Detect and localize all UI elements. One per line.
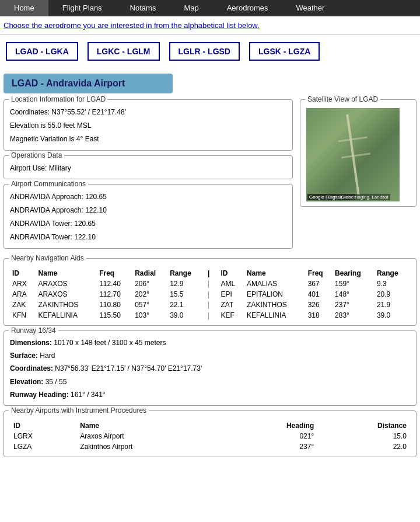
nav-freq-right: 318 xyxy=(306,310,332,321)
alpha-btn-lgsk-lgza[interactable]: LGSK - LGZA xyxy=(249,42,320,61)
nav-name-left: KEFALLINIA xyxy=(36,310,97,321)
ap-col-id: ID xyxy=(10,420,76,431)
alpha-btn-lgad-lgka[interactable]: LGAD - LGKA xyxy=(6,42,78,61)
nav-aids-row: ARA ARAXOS 112.70 202° 15.5 | EPI EPITAL… xyxy=(10,289,410,300)
nav-range-right: 39.0 xyxy=(374,310,410,321)
nav-id-right: ZAT xyxy=(219,300,245,310)
nav-name-left: ARAXOS xyxy=(36,289,97,300)
nearby-airports-label: Nearby Airports with Instrument Procedur… xyxy=(9,406,149,415)
nav-freq-left: 112.40 xyxy=(97,279,132,289)
alpha-buttons-section: LGAD - LGKA LGKC - LGLM LGLR - LGSD LGSK… xyxy=(0,35,420,68)
nav-aids-rows: ARX ARAXOS 112.40 206° 12.9 | AML AMALIA… xyxy=(10,279,410,321)
ap-id: LGZA xyxy=(10,441,76,452)
nav-freq-left: 115.50 xyxy=(97,310,132,321)
nav-radial-left: 057° xyxy=(132,300,167,310)
runway-coords: Coordinates: N37°56.33' E21°17.15' / N37… xyxy=(10,363,410,374)
runway-dimensions: Dimensions: 10170 x 148 feet / 3100 x 45… xyxy=(10,337,410,349)
nav-aids-row: ZAK ZAKINTHOS 110.80 057° 22.1 | ZAT ZAK… xyxy=(10,300,410,310)
navigation-bar: Home Flight Plans Notams Map Aerodromes … xyxy=(0,0,420,16)
location-box-label: Location Information for LGAD xyxy=(9,95,108,103)
satellite-box: Satellite View of LGAD Google ©ean Space… xyxy=(300,99,416,207)
alpha-btn-lglr-lgsd[interactable]: LGLR - LGSD xyxy=(169,42,240,61)
info-row: Location Information for LGAD Coordinate… xyxy=(0,99,420,253)
nav-range-right: 20.9 xyxy=(374,289,410,300)
left-column: Location Information for LGAD Coordinate… xyxy=(4,99,293,253)
operations-use: Airport Use: Military xyxy=(10,163,286,174)
nav-flight-plans[interactable]: Flight Plans xyxy=(48,0,116,16)
runway-surface: Surface: Hard xyxy=(10,350,410,361)
col-name-right: Name xyxy=(244,268,306,279)
runway-box: Runway 16/34 Dimensions: 10170 x 148 fee… xyxy=(4,330,416,406)
nav-range-left: 39.0 xyxy=(167,310,203,321)
col-range-right: Range xyxy=(374,268,410,279)
col-freq-left: Freq xyxy=(97,268,132,279)
satellite-box-label: Satellite View of LGAD xyxy=(305,95,380,103)
alpha-btn-lgkc-lglm[interactable]: LGKC - LGLM xyxy=(88,42,160,61)
nav-freq-left: 110.80 xyxy=(97,300,132,310)
nav-range-right: 21.9 xyxy=(374,300,410,310)
nav-aids-row: KFN KEFALLINIA 115.50 103° 39.0 | KEF KE… xyxy=(10,310,410,321)
nav-range-left: 22.1 xyxy=(167,300,203,310)
ap-name: Zakinthos Airport xyxy=(76,441,229,452)
nav-divider-cell: | xyxy=(203,289,218,300)
nav-id-right: AML xyxy=(219,279,245,289)
nav-name-right: AMALIAS xyxy=(244,279,306,289)
satellite-credit: Google ©ean Space Imaging, Landsat xyxy=(307,194,390,200)
col-divider: | xyxy=(203,268,218,279)
communications-entries: ANDRAVIDA Approach: 120.65ANDRAVIDA Appr… xyxy=(10,192,286,243)
nav-freq-right: 326 xyxy=(306,300,332,310)
nav-radial-left: 103° xyxy=(132,310,167,321)
nav-home[interactable]: Home xyxy=(0,0,48,16)
col-id-right: ID xyxy=(219,268,245,279)
location-box: Location Information for LGAD Coordinate… xyxy=(4,99,293,151)
nav-id-left: ARA xyxy=(10,289,36,300)
nav-id-left: ZAK xyxy=(10,300,36,310)
nav-weather[interactable]: Weather xyxy=(282,0,339,16)
nav-bearing-right: 159° xyxy=(332,279,374,289)
ap-heading: 021° xyxy=(229,431,317,441)
ap-distance: 15.0 xyxy=(317,431,410,441)
satellite-column: Satellite View of LGAD Google ©ean Space… xyxy=(300,99,416,253)
col-id-left: ID xyxy=(10,268,36,279)
communications-box-label: Airport Communications xyxy=(9,180,88,188)
operations-box: Operations Data Airport Use: Military xyxy=(4,155,293,179)
nav-aids-box: Nearby Navigation Aids ID Name Freq Radi… xyxy=(4,258,416,326)
nav-radial-left: 202° xyxy=(132,289,167,300)
nav-map[interactable]: Map xyxy=(170,0,212,16)
col-name-left: Name xyxy=(36,268,97,279)
nav-name-right: EPITALION xyxy=(244,289,306,300)
nav-bearing-right: 148° xyxy=(332,289,374,300)
col-range-left: Range xyxy=(167,268,203,279)
location-elevation: Elevation is 55.0 feet MSL xyxy=(10,120,286,131)
nav-aerodromes[interactable]: Aerodromes xyxy=(213,0,282,16)
nav-divider-cell: | xyxy=(203,300,218,310)
nav-range-right: 9.3 xyxy=(374,279,410,289)
ap-col-name: Name xyxy=(76,420,229,431)
nearby-airports-box: Nearby Airports with Instrument Procedur… xyxy=(4,410,416,457)
nav-range-left: 12.9 xyxy=(167,279,203,289)
nav-notams[interactable]: Notams xyxy=(116,0,170,16)
nav-name-right: ZAKINTHOS xyxy=(244,300,306,310)
location-coords: Coordinates: N37°55.52' / E21°17.48' xyxy=(10,107,286,118)
satellite-image: Google ©ean Space Imaging, Landsat xyxy=(306,108,400,201)
ap-id: LGRX xyxy=(10,431,76,441)
operations-box-label: Operations Data xyxy=(9,151,64,159)
nav-freq-right: 367 xyxy=(306,279,332,289)
nav-id-right: KEF xyxy=(219,310,245,321)
runway-heading: Runway Heading: 161° / 341° xyxy=(10,389,410,401)
nav-id-left: ARX xyxy=(10,279,36,289)
ap-col-heading: Heading xyxy=(229,420,317,431)
nearby-airport-row: LGZA Zakinthos Airport 237° 22.0 xyxy=(10,441,410,452)
nav-id-left: KFN xyxy=(10,310,36,321)
nearby-airports-table: ID Name Heading Distance LGRX Araxos Air… xyxy=(10,420,410,452)
communications-box: Airport Communications ANDRAVIDA Approac… xyxy=(4,184,293,249)
nav-name-left: ARAXOS xyxy=(36,279,97,289)
nav-divider-cell: | xyxy=(203,279,218,289)
col-freq-right: Freq xyxy=(306,268,332,279)
comm-entry: ANDRAVIDA Tower: 122.10 xyxy=(10,232,286,243)
nav-aids-table: ID Name Freq Radial Range | ID Name Freq… xyxy=(10,268,410,321)
intro-text: Choose the aerodrome you are interested … xyxy=(0,16,420,35)
nav-id-right: EPI xyxy=(219,289,245,300)
nav-freq-left: 112.70 xyxy=(97,289,132,300)
runway-elevation: Elevation: 35 / 55 xyxy=(10,376,410,388)
